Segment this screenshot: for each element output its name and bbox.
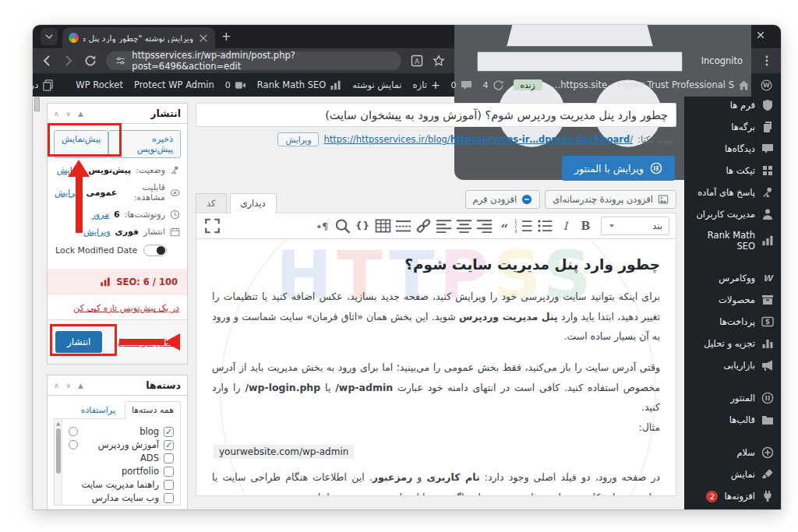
sidebar-item-15[interactable]: نمایش [684,463,781,485]
categories-box-header[interactable]: دسته‌ها ▲ ∨ ∧ [48,375,187,396]
reload-button[interactable] [84,55,97,67]
bold-button[interactable]: B [576,217,595,234]
sidebar-item-10[interactable]: تجزیه و تحلیل [684,333,781,354]
wp-logo-menu[interactable]: W [755,79,778,91]
bulleted-list-button[interactable] [535,217,555,234]
box-order-icons[interactable]: ▲ ∨ ∧ [54,382,86,389]
category-item-1[interactable]: آموزش وردپرس [69,439,174,450]
tab-close-icon[interactable] [198,33,209,44]
search-icon[interactable] [333,217,352,234]
publish-button[interactable]: انتشار [55,331,102,353]
tab-visual[interactable]: دیداری [230,193,277,213]
scrollbar-thumb[interactable] [56,428,61,474]
forward-button[interactable] [62,55,75,67]
wp-rocket-menu[interactable]: WP Rocket [70,79,129,90]
category-item-3[interactable]: portfolio [69,466,174,477]
primary-category-radio[interactable] [69,427,78,436]
scrollbar-thumb[interactable] [34,97,40,111]
back-button[interactable] [41,55,53,67]
fullscreen-button[interactable] [203,217,222,234]
new-content-menu[interactable]: + تازه [408,79,446,91]
align-left-button[interactable] [434,217,454,234]
paragraph-format-select[interactable]: بند [601,217,669,235]
address-bar[interactable]: httpsservices.ir/wp-admin/post.php?post=… [106,51,401,70]
edit-with-elementor-button[interactable]: ویرایش با المنتور [562,156,675,181]
browse-revisions-link[interactable]: مرور [92,210,110,220]
category-checkbox[interactable] [164,440,174,450]
sidebar-item-1[interactable]: برگه‌ها [684,116,781,138]
sidebar-item-13[interactable]: قالب‌ها [684,409,781,431]
category-checkbox[interactable] [164,467,174,477]
sidebar-item-14[interactable]: سلام [684,442,781,463]
live-badge[interactable]: زنده [514,79,542,90]
edit-visibility-link[interactable]: ویرایش [55,188,82,198]
category-checkbox[interactable] [164,427,174,437]
browser-tab[interactable]: ویرایش نوشته "چطور وارد پنل مد [62,27,215,48]
view-post-menu[interactable]: نمایش نوشته [347,79,407,90]
sidebar-item-6[interactable]: Rank Math SEO [684,225,781,256]
permalink-link[interactable]: https://httpsservices.ir/blog/httpsservi… [323,134,633,145]
site-name-menu[interactable]: …httpss.site – Hyper Trust Professional … [546,79,755,91]
page-scrollbar[interactable] [33,97,41,509]
sidebar-item-3[interactable]: تیکت ها [684,160,781,181]
post-title-input[interactable]: چطور وارد پنل مدیریت وردپرس شوم؟ (آموزش … [196,103,676,127]
table-button[interactable] [373,217,393,234]
category-checkbox[interactable] [164,480,174,490]
edit-slug-button[interactable]: ویرایش [277,132,319,146]
sidebar-item-8[interactable]: محصولات [684,289,781,311]
tab-search-button[interactable] [41,28,58,45]
align-center-button[interactable] [454,217,474,234]
move-to-trash-link[interactable]: انتقال به زباله‌دان [118,337,179,347]
tab-all-categories[interactable]: همه دسته‌ها [125,401,181,419]
align-right-button[interactable] [475,217,494,234]
video-menu[interactable]: 0 [220,79,252,91]
blockquote-button[interactable]: “ [495,217,514,234]
category-checkbox[interactable] [164,453,174,463]
sidebar-item-0[interactable]: فرم ها [684,97,781,116]
category-item-4[interactable]: راهنما مدیریت سایت [69,479,174,490]
publish-box-header[interactable]: انتشار ▲ ∨ ∧ [48,104,187,124]
copy-to-draft-link[interactable]: در یک پیش‌نویس تازه کپی کن [48,295,187,319]
sidebar-item-4[interactable]: پاسخ های آماده [684,181,781,203]
category-checkbox[interactable] [164,493,174,503]
category-item-5[interactable]: وب سایت مدارس [69,492,174,503]
edit-schedule-link[interactable]: ویرایش [83,227,111,237]
lock-modified-toggle[interactable] [143,245,167,256]
edit-status-link[interactable]: ویرایش [57,165,84,175]
paragraph-mark-button[interactable]: ¶٭ [312,217,332,234]
protect-wp-admin-menu[interactable]: Protect WP Admin [129,79,220,90]
sidebar-item-11[interactable]: بازاریابی [684,354,781,376]
close-button[interactable] [756,30,765,40]
menu-dots-icon[interactable] [761,55,773,67]
sidebar-item-2[interactable]: دیدگاه‌ها [684,138,781,160]
bookmark-star-icon[interactable] [433,55,445,67]
italic-button[interactable]: I [556,217,575,234]
more-tag-button[interactable] [394,217,413,234]
sidebar-item-5[interactable]: مدیریت کاربران [684,203,781,225]
primary-category-radio[interactable] [69,440,78,449]
sidebar-item-7[interactable]: Wووکامرس [684,267,781,289]
link-button[interactable] [414,217,433,234]
editor-body[interactable]: HTTPSS چطور وارد پنل مدیریت سایت شوم؟ بر… [196,239,676,496]
add-form-button[interactable]: افزودن فرم [465,190,541,209]
code-button[interactable]: {} [353,217,373,234]
translate-icon[interactable]: A [411,55,423,67]
tab-most-used[interactable]: پراستفاده [76,402,120,418]
sidebar-item-12[interactable]: المنتور [684,387,781,409]
rank-math-menu[interactable]: Rank Math SEO [252,79,347,91]
site-settings-icon[interactable] [115,55,125,66]
category-scrollbar[interactable]: ▲ [55,419,62,505]
copy-draft-menu[interactable]: در یک پیش‌نویس تازه کپی کن [33,79,59,91]
new-tab-button[interactable]: + [221,30,231,44]
save-draft-button[interactable]: ذخیره پیش‌نویس [108,130,181,158]
sidebar-item-17[interactable]: کاربران [684,507,781,509]
numbered-list-button[interactable]: 123 [515,217,535,234]
tab-code[interactable]: کد [196,193,227,213]
updates-menu[interactable]: 4 [478,79,510,91]
preview-button[interactable]: پیش‌نمایش [54,130,108,158]
sidebar-item-16[interactable]: افزونه‌ها2 [684,485,781,507]
category-item-2[interactable]: ADS [69,453,174,463]
add-media-button[interactable]: افزودن پروندهٔ چندرسانه‌ای [545,190,676,209]
box-order-icons[interactable]: ▲ ∨ ∧ [54,110,86,118]
category-item-0[interactable]: blog [69,426,174,437]
